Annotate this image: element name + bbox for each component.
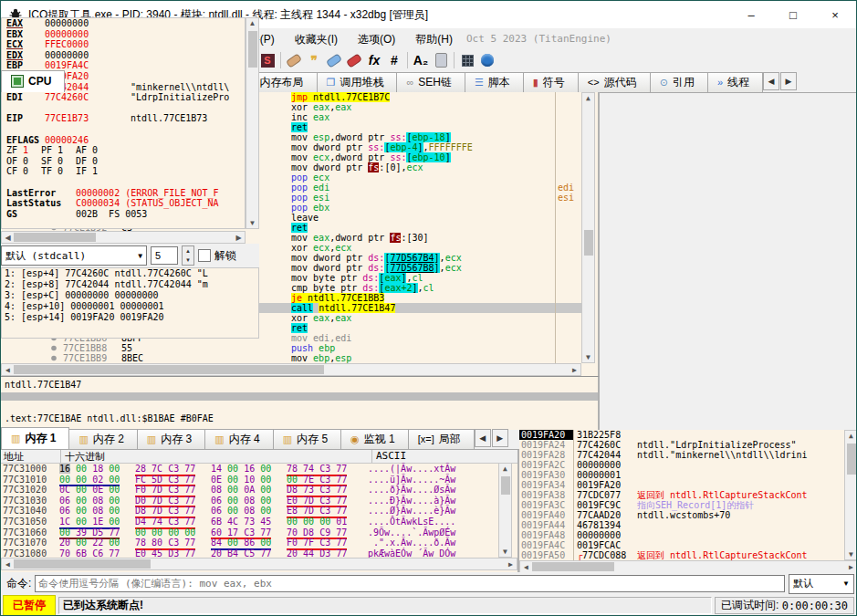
disasm-comment bbox=[555, 263, 581, 273]
stack-row-0019FA20[interactable]: 0019FA2031B225F8 bbox=[519, 430, 857, 440]
stack-hscrollbar[interactable]: ◀ ▶ bbox=[519, 560, 857, 572]
menu-item-5[interactable]: 收藏夹(I) bbox=[285, 31, 348, 47]
calculator-button[interactable] bbox=[457, 50, 477, 70]
register-line[interactable]: EDI77C4260C"LdrpInitializePro bbox=[2, 92, 245, 103]
argument-row-4[interactable]: 4: [esp+10] 00000001 00000001 bbox=[2, 301, 258, 312]
stack-row-0019FA3C[interactable]: 0019FA3C0019FC9C指向SEH_Record[1]的指针 bbox=[519, 500, 857, 510]
tab-scroll-left[interactable]: ◀ bbox=[763, 72, 779, 90]
dump-row-77C31060[interactable]: 77C3106000 39 D5 7700 00 00 0060 17 C3 7… bbox=[1, 527, 517, 538]
disasm-row-77CE1BB8[interactable]: 77CE1BB855push ebp bbox=[63, 343, 581, 353]
dump-row-77C31050[interactable]: 77C310501C 00 1E 00D4 74 C3 776B 4C 73 4… bbox=[1, 517, 517, 527]
disasm-instruction: mov dword ptr fs:[0],ecx bbox=[291, 162, 555, 172]
stack-vscrollbar[interactable]: ▲ ▼ bbox=[844, 430, 857, 560]
close-button[interactable]: × bbox=[814, 2, 856, 27]
unlock-checkbox[interactable] bbox=[198, 249, 211, 262]
modify-value-button[interactable] bbox=[431, 50, 451, 70]
stack-row-0019FA30[interactable]: 0019FA3000000001 bbox=[519, 470, 857, 480]
assemble-button[interactable]: A₂ bbox=[411, 50, 431, 70]
stack-row-0019FA24[interactable]: 0019FA2477C4260Cntdll."LdrpInitializePro… bbox=[519, 440, 857, 450]
register-line[interactable]: EFLAGS00000246 bbox=[2, 135, 245, 146]
register-line[interactable]: EDX00000000 bbox=[2, 50, 245, 61]
internet-button[interactable] bbox=[477, 50, 497, 70]
argument-row-5[interactable]: 5: [esp+14] 0019FA20 0019FA20 bbox=[2, 312, 258, 323]
argument-row-3[interactable]: 3: [esp+C] 00000000 00000000 bbox=[2, 290, 258, 301]
disasm-address: 77CE1BB8 bbox=[63, 343, 121, 353]
comment-button[interactable]: ❞ bbox=[304, 50, 324, 70]
label-button[interactable] bbox=[324, 50, 344, 70]
memory-dump-pane[interactable]: 地址 十六进制 ASCII 77C3100016 00 18 0028 7C C… bbox=[1, 450, 519, 572]
register-line[interactable]: CF 0TF 0IF 1 bbox=[2, 166, 245, 177]
tab-内存4[interactable]: ▥内存 4 bbox=[204, 429, 273, 449]
hash-button[interactable]: # bbox=[384, 50, 404, 70]
dump-vscrollbar[interactable]: ▲ ▼ bbox=[498, 463, 512, 558]
tab-调用堆栈[interactable]: ❐调用堆栈 bbox=[317, 72, 398, 92]
dump-tab-scroll-right[interactable]: ▶ bbox=[492, 429, 508, 447]
stack-row-0019FA2C[interactable]: 0019FA2C00000000 bbox=[519, 460, 857, 470]
tab-脚本[interactable]: ☰脚本 bbox=[465, 72, 524, 92]
tab-scroll-right[interactable]: ▶ bbox=[780, 72, 797, 90]
dump-row-77C31000[interactable]: 77C3100016 00 18 0028 7C C3 7714 00 16 0… bbox=[1, 464, 517, 475]
menu-item-6[interactable]: 选项(O) bbox=[348, 31, 405, 47]
stack-pane[interactable]: 0019FA2031B225F80019FA2477C4260Cntdll."L… bbox=[519, 430, 857, 572]
command-input[interactable] bbox=[35, 575, 785, 592]
dump-tab-scroll-left[interactable]: ◀ bbox=[475, 429, 491, 447]
tab-符号[interactable]: ▮符号 bbox=[523, 72, 579, 92]
patch-button[interactable] bbox=[284, 50, 304, 70]
stack-row-0019FA28[interactable]: 0019FA2877C42044ntdll."minkernel\\ntdll\… bbox=[519, 450, 857, 460]
maximize-button[interactable]: □ bbox=[772, 2, 814, 27]
register-line[interactable]: EAX00000000 bbox=[2, 18, 245, 29]
tab-SEH链[interactable]: ∞SEH链 bbox=[396, 72, 465, 92]
registers-hscrollbar[interactable]: ◀ ▶ bbox=[1, 231, 246, 244]
menu-item-7[interactable]: 帮助(H) bbox=[405, 31, 463, 47]
stack-row-0019FA4C[interactable]: 0019FA4C0019FCAC bbox=[519, 540, 857, 550]
arg-count-spinner[interactable]: ▲▼ bbox=[182, 245, 194, 266]
bookmark-button[interactable] bbox=[344, 50, 364, 70]
register-line[interactable]: OF 0SF 0DF 0 bbox=[2, 156, 245, 167]
register-line[interactable]: EIP77CE1B73ntdll.77CE1B73 bbox=[2, 113, 245, 124]
animate-into-button[interactable]: S bbox=[257, 50, 277, 70]
tab-内存3[interactable]: ▥内存 3 bbox=[137, 429, 205, 449]
arguments-view[interactable]: 1: [esp+4] 77C4260C ntdll.77C4260C "L2: … bbox=[1, 267, 259, 339]
register-line[interactable]: LastStatusC0000034 (STATUS_OBJECT_NA bbox=[2, 198, 245, 209]
dump-row-77C31040[interactable]: 77C3104006 00 08 00D8 7D C3 7706 00 08 0… bbox=[1, 506, 517, 517]
calling-convention-combo[interactable]: 默认 (stdcall)▼ bbox=[1, 245, 147, 266]
registers-view[interactable]: EAX00000000EBX00000000ECXFFEC0000EDX0000… bbox=[1, 17, 246, 229]
register-line[interactable]: GS002B FS 0053 bbox=[2, 209, 245, 220]
stack-row-0019FA40[interactable]: 0019FA4077CAAD20ntdll.wcstombs+70 bbox=[519, 510, 857, 520]
minimize-button[interactable]: – bbox=[730, 2, 772, 27]
register-value: 00000246 bbox=[45, 135, 131, 146]
disasm-row-77CE1BB9[interactable]: 77CE1BB98BECmov ebp,esp bbox=[63, 353, 581, 363]
stack-row-0019FA34[interactable]: 0019FA340019FA20 bbox=[519, 480, 857, 490]
stack-row-0019FA44[interactable]: 0019FA4446781394 bbox=[519, 520, 857, 530]
tab-局部[interactable]: [x=]局部 bbox=[408, 429, 475, 449]
tab-CPU[interactable]: CPU bbox=[1, 70, 65, 92]
flag-PF: PF 1 bbox=[41, 145, 76, 156]
disasm-hscrollbar[interactable]: ◀ ▶ bbox=[1, 363, 581, 376]
tab-监视1[interactable]: ◉监视 1 bbox=[340, 429, 409, 449]
function-fx-button[interactable]: fx bbox=[364, 50, 384, 70]
register-line[interactable]: EBX00000000 bbox=[2, 29, 245, 40]
register-line[interactable]: ECXFFEC0000 bbox=[2, 39, 245, 50]
registers-vscrollbar[interactable]: ▲ ▼ bbox=[246, 17, 259, 229]
stack-row-0019FA50[interactable]: 0019FA50┌77CDC088返回到 ntdll.RtlCaptureSta… bbox=[519, 550, 857, 560]
tab-引用[interactable]: ⊙引用 bbox=[650, 72, 708, 92]
register-line[interactable]: LastError00000002 (ERROR_FILE_NOT_F bbox=[2, 188, 245, 199]
disasm-vscrollbar[interactable]: ▲ ▼ bbox=[581, 92, 595, 363]
dump-row-77C31020[interactable]: 77C310200C 00 0E 00F0 7D C3 7708 00 0A 0… bbox=[1, 485, 517, 496]
dump-hscrollbar[interactable]: ◀ ▶ bbox=[1, 558, 517, 570]
dump-row-77C31030[interactable]: 77C3103006 00 08 00D0 7D C3 7706 00 08 0… bbox=[1, 496, 517, 506]
dump-row-77C31010[interactable]: 77C3101000 00 02 00FC 5D C3 770E 00 10 0… bbox=[1, 475, 517, 485]
command-script-combo[interactable]: 默认▼ bbox=[789, 574, 854, 594]
argument-row-2[interactable]: 2: [esp+8] 77C42044 ntdll.77C42044 "m bbox=[2, 279, 258, 290]
stack-row-0019FA38[interactable]: 0019FA3877CDC077返回到 ntdll.RtlCaptureStac… bbox=[519, 490, 857, 500]
register-line[interactable]: ZF 1PF 1AF 0 bbox=[2, 145, 245, 156]
tab-源代码[interactable]: <>源代码 bbox=[578, 72, 651, 92]
arg-count-input[interactable]: 5 bbox=[151, 246, 178, 265]
tab-内存2[interactable]: ▥内存 2 bbox=[68, 429, 137, 449]
tab-内存5[interactable]: ▥内存 5 bbox=[273, 429, 341, 449]
stack-row-0019FA48[interactable]: 0019FA4800000000 bbox=[519, 530, 857, 540]
tab-线程[interactable]: »线程 bbox=[707, 72, 763, 92]
tab-内存1[interactable]: ▥内存 1 bbox=[1, 427, 69, 449]
dump-row-77C31070[interactable]: 77C3107020 00 22 0078 80 C3 7784 00 86 0… bbox=[1, 538, 517, 548]
argument-row-1[interactable]: 1: [esp+4] 77C4260C ntdll.77C4260C "L bbox=[2, 268, 258, 279]
